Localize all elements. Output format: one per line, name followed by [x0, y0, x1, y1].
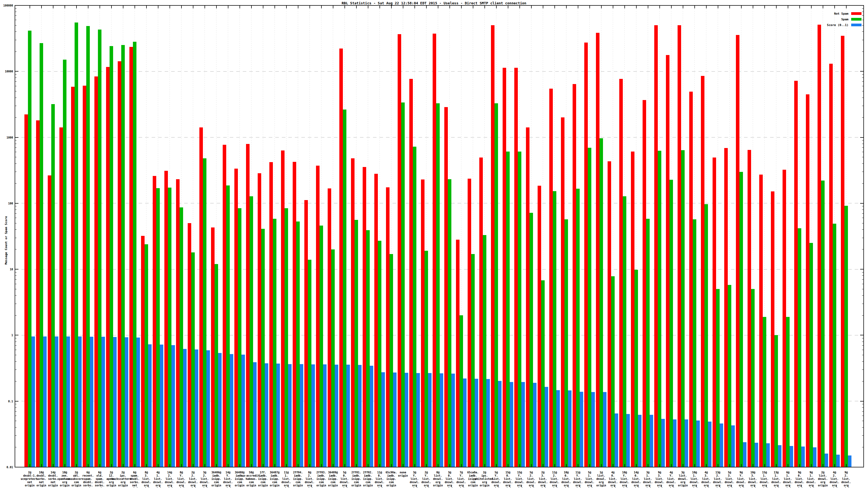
- bar-spam: [763, 317, 766, 467]
- bar-spam: [98, 30, 101, 467]
- bar-score-0-1: [580, 392, 583, 467]
- bar-spam: [413, 147, 416, 467]
- x-tick-label: 6@old.spam.dnsbl.sorbs.netorigin: [95, 471, 104, 488]
- bar-score-0-1: [136, 337, 140, 467]
- bar-spam: [506, 152, 510, 467]
- x-tick-label: 3@2.list.dnswl.orgorigin: [199, 471, 209, 488]
- x-tick-label: 6@1.list.dnswl.orgorigin: [783, 471, 793, 488]
- bar-not-spam: [269, 162, 273, 467]
- bar-not-spam: [176, 179, 180, 467]
- bar-not-spam: [748, 150, 751, 467]
- bar-score-0-1: [381, 372, 385, 467]
- bar-score-0-1: [78, 336, 82, 467]
- bar-not-spam: [538, 186, 541, 467]
- x-tick-label: 2@Y.list.dnswl.orgorigin: [421, 471, 431, 488]
- bar-spam: [564, 219, 568, 467]
- bar-not-spam: [689, 92, 693, 467]
- x-tick-label: 10@Y.list.dnswl.orgorigin: [620, 471, 629, 488]
- bar-score-0-1: [195, 350, 198, 467]
- bar-score-0-1: [323, 364, 327, 467]
- bar-not-spam: [258, 173, 261, 467]
- x-tick-label: 10@dnsbl.sorbs.netorigin: [36, 471, 46, 487]
- bar-score-0-1: [626, 414, 630, 467]
- bar-spam: [599, 138, 603, 467]
- x-tick-label: 9@0.list.dnswl.orgorigin: [795, 471, 804, 488]
- bar-not-spam: [153, 176, 156, 467]
- bar-spam: [238, 208, 241, 467]
- bar-not-spam: [386, 187, 390, 467]
- x-tick-label: 15@1.list.dnswl.orgorigin: [760, 471, 769, 488]
- bar-spam: [156, 188, 160, 467]
- bar-not-spam: [188, 223, 191, 467]
- x-tick-label: 13@2.list.dnswl.orgorigin: [713, 471, 723, 488]
- x-tick-label: 2ff01.iadb.isipp.comorigin: [351, 471, 361, 487]
- bar-not-spam: [129, 47, 133, 467]
- bar-spam: [518, 152, 521, 467]
- bar-spam: [86, 26, 90, 467]
- bar-score-0-1: [148, 344, 152, 467]
- x-tick-label: 1ff.iadb.isipp.comorigin: [258, 471, 268, 487]
- x-tick-label: 9@Y.list.dnswl.orgorigin: [736, 471, 746, 488]
- bar-not-spam: [328, 188, 331, 467]
- bar-not-spam: [736, 35, 739, 467]
- rbl-bar-chart: 1000001000010001001010.10.01 2@dnsbl-1.u…: [0, 0, 868, 488]
- x-tick-label: 4@0.list.dnswl.orgorigin: [608, 471, 618, 488]
- svg-text:1: 1: [11, 334, 13, 337]
- x-tick-label: 5@2.list.dnswl.orgorigin: [526, 471, 536, 488]
- bar-not-spam: [829, 64, 833, 467]
- bar-not-spam: [106, 67, 110, 467]
- bar-score-0-1: [591, 392, 595, 467]
- bar-spam: [809, 243, 813, 467]
- bar-not-spam: [223, 145, 226, 467]
- x-tick-label: 9@2.list.dnswl.orgorigin: [841, 471, 851, 488]
- bar-not-spam: [619, 79, 623, 467]
- bar-score-0-1: [346, 365, 350, 467]
- bar-not-spam: [514, 68, 518, 467]
- bar-score-0-1: [801, 447, 805, 467]
- bar-spam: [261, 229, 265, 467]
- bar-not-spam: [211, 227, 215, 467]
- bar-not-spam: [666, 55, 670, 467]
- bar-spam: [693, 219, 696, 467]
- bar-spam: [366, 230, 370, 467]
- x-tick-label: 14@0.list.dnswl.orgorigin: [631, 471, 641, 488]
- x-tick-label: 4@Y.list.dnswl.orgorigin: [666, 471, 676, 488]
- x-tick-label: 2@dnsbl-1.uceprotect.netorigin: [21, 471, 38, 487]
- bar-spam: [483, 235, 486, 467]
- bar-not-spam: [631, 152, 634, 467]
- bar-score-0-1: [218, 353, 222, 467]
- x-tick-label: 10@0.list.dnswl.orgorigin: [561, 471, 571, 488]
- bar-spam: [623, 196, 626, 467]
- bar-not-spam: [526, 127, 529, 467]
- svg-text:1000: 1000: [6, 136, 13, 139]
- bar-not-spam: [374, 174, 378, 467]
- bar-spam: [284, 208, 288, 467]
- bar-spam: [833, 224, 836, 467]
- bar-not-spam: [141, 236, 145, 467]
- bar-not-spam: [479, 158, 483, 467]
- bar-not-spam: [503, 68, 506, 467]
- bar-score-0-1: [813, 447, 816, 467]
- legend-swatch-not-spam: [851, 12, 862, 15]
- bar-spam: [390, 254, 393, 467]
- bar-spam: [28, 31, 31, 467]
- bar-spam: [121, 45, 125, 467]
- bar-spam: [448, 179, 452, 467]
- bar-score-0-1: [43, 336, 46, 467]
- bar-score-0-1: [265, 363, 268, 467]
- bar-not-spam: [643, 100, 646, 467]
- bar-not-spam: [71, 87, 74, 467]
- x-tick-label: 9@3.list.dnswl.orgorigin: [654, 471, 664, 488]
- legend-label-spam: Spam: [841, 18, 849, 21]
- x-tick-label: 3@Y.list.dnswl.orgorigin: [410, 471, 420, 488]
- bar-spam: [495, 103, 498, 467]
- bar-not-spam: [398, 34, 401, 467]
- x-tick-label: 10@3.list.dnswl.orgorigin: [748, 471, 757, 488]
- svg-text:0.1: 0.1: [8, 400, 13, 403]
- bar-spam: [553, 191, 556, 467]
- bar-spam: [343, 109, 346, 467]
- bar-not-spam: [759, 174, 763, 467]
- bar-spam: [739, 172, 743, 467]
- bar-score-0-1: [31, 336, 35, 467]
- x-tick-label: 5@0.list.dnswl.orgorigin: [340, 471, 349, 488]
